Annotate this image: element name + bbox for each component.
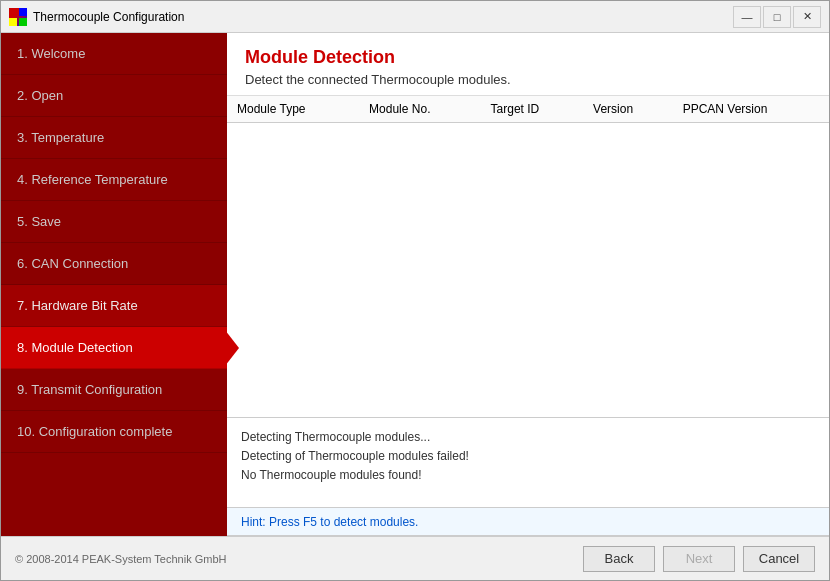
col-module-type: Module Type bbox=[227, 96, 359, 123]
col-ppcan-version: PPCAN Version bbox=[673, 96, 829, 123]
hint-text: Hint: Press F5 to detect modules. bbox=[241, 515, 418, 529]
sidebar-item-hardware-bit-rate[interactable]: 7. Hardware Bit Rate bbox=[1, 285, 227, 327]
copyright-text: © 2008-2014 PEAK-System Technik GmbH bbox=[15, 553, 227, 565]
window-title: Thermocouple Configuration bbox=[33, 10, 733, 24]
cancel-button[interactable]: Cancel bbox=[743, 546, 815, 572]
title-bar: Thermocouple Configuration — □ ✕ bbox=[1, 1, 829, 33]
panel-title: Module Detection bbox=[245, 47, 811, 68]
sidebar-item-temperature[interactable]: 3. Temperature bbox=[1, 117, 227, 159]
main-content: 1. Welcome2. Open3. Temperature4. Refere… bbox=[1, 33, 829, 536]
sidebar: 1. Welcome2. Open3. Temperature4. Refere… bbox=[1, 33, 227, 536]
back-button[interactable]: Back bbox=[583, 546, 655, 572]
right-panel: Module Detection Detect the connected Th… bbox=[227, 33, 829, 536]
app-icon bbox=[9, 8, 27, 26]
col-version: Version bbox=[583, 96, 673, 123]
maximize-button[interactable]: □ bbox=[763, 6, 791, 28]
svg-rect-3 bbox=[19, 18, 27, 26]
main-window: Thermocouple Configuration — □ ✕ 1. Welc… bbox=[0, 0, 830, 581]
close-button[interactable]: ✕ bbox=[793, 6, 821, 28]
col-module-no: Module No. bbox=[359, 96, 480, 123]
sidebar-item-open[interactable]: 2. Open bbox=[1, 75, 227, 117]
detection-table: Module Type Module No. Target ID Version… bbox=[227, 96, 829, 123]
svg-rect-1 bbox=[19, 8, 27, 16]
log-line: No Thermocouple modules found! bbox=[241, 466, 815, 485]
window-controls: — □ ✕ bbox=[733, 6, 821, 28]
footer: © 2008-2014 PEAK-System Technik GmbH Bac… bbox=[1, 536, 829, 580]
module-table-area: Module Type Module No. Target ID Version… bbox=[227, 96, 829, 418]
sidebar-item-save[interactable]: 5. Save bbox=[1, 201, 227, 243]
panel-header: Module Detection Detect the connected Th… bbox=[227, 33, 829, 96]
svg-rect-2 bbox=[9, 18, 17, 26]
next-button[interactable]: Next bbox=[663, 546, 735, 572]
sidebar-item-can-connection[interactable]: 6. CAN Connection bbox=[1, 243, 227, 285]
sidebar-item-transmit-configuration[interactable]: 9. Transmit Configuration bbox=[1, 369, 227, 411]
footer-buttons: Back Next Cancel bbox=[583, 546, 815, 572]
log-line: Detecting of Thermocouple modules failed… bbox=[241, 447, 815, 466]
sidebar-item-configuration-complete[interactable]: 10. Configuration complete bbox=[1, 411, 227, 453]
svg-rect-0 bbox=[9, 8, 17, 16]
sidebar-item-module-detection[interactable]: 8. Module Detection bbox=[1, 327, 227, 369]
sidebar-item-welcome[interactable]: 1. Welcome bbox=[1, 33, 227, 75]
col-target-id: Target ID bbox=[481, 96, 584, 123]
panel-subtitle: Detect the connected Thermocouple module… bbox=[245, 72, 811, 87]
minimize-button[interactable]: — bbox=[733, 6, 761, 28]
log-line: Detecting Thermocouple modules... bbox=[241, 428, 815, 447]
hint-area: Hint: Press F5 to detect modules. bbox=[227, 508, 829, 536]
log-area: Detecting Thermocouple modules...Detecti… bbox=[227, 418, 829, 508]
sidebar-item-reference-temperature[interactable]: 4. Reference Temperature bbox=[1, 159, 227, 201]
